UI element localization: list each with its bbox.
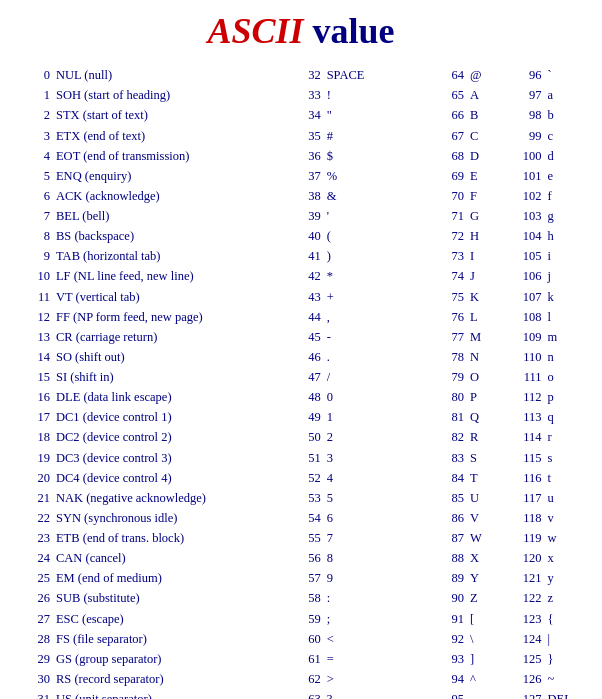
- table-row: 3 ETX (end of text) 35 # 67 C 99 c: [20, 126, 582, 146]
- ascii-desc-col2: ': [325, 206, 434, 226]
- ascii-num-col1: 2: [20, 105, 54, 125]
- ascii-desc-col1: DC3 (device control 3): [54, 448, 291, 468]
- ascii-desc-col1: RS (record separator): [54, 669, 291, 689]
- ascii-num-col1: 13: [20, 327, 54, 347]
- ascii-num-col1: 27: [20, 609, 54, 629]
- ascii-num-col3: 71: [434, 206, 468, 226]
- ascii-desc-col1: FF (NP form feed, new page): [54, 307, 291, 327]
- ascii-desc-col1: ENQ (enquiry): [54, 166, 291, 186]
- ascii-num-col1: 17: [20, 407, 54, 427]
- ascii-desc-col1: SUB (substitute): [54, 588, 291, 608]
- ascii-desc-col2: 6: [325, 508, 434, 528]
- ascii-desc-col2: %: [325, 166, 434, 186]
- ascii-num-col3: 94: [434, 669, 468, 689]
- ascii-num-col1: 9: [20, 246, 54, 266]
- ascii-desc-col2: 2: [325, 427, 434, 447]
- table-row: 8 BS (backspace) 40 ( 72 H 104 h: [20, 226, 582, 246]
- ascii-num-col1: 12: [20, 307, 54, 327]
- ascii-desc-col1: SI (shift in): [54, 367, 291, 387]
- ascii-desc-col3: I: [468, 246, 512, 266]
- ascii-num-col1: 14: [20, 347, 54, 367]
- ascii-num-col2: 53: [291, 488, 325, 508]
- ascii-desc-col4: `: [546, 65, 582, 85]
- ascii-num-col1: 11: [20, 287, 54, 307]
- ascii-desc-col3: E: [468, 166, 512, 186]
- ascii-desc-col1: DC2 (device control 2): [54, 427, 291, 447]
- ascii-desc-col1: GS (group separator): [54, 649, 291, 669]
- ascii-num-col4: 106: [512, 266, 546, 286]
- ascii-num-col4: 96: [512, 65, 546, 85]
- ascii-desc-col4: w: [546, 528, 582, 548]
- ascii-desc-col3: T: [468, 468, 512, 488]
- ascii-num-col4: 107: [512, 287, 546, 307]
- ascii-num-col3: 81: [434, 407, 468, 427]
- ascii-num-col1: 29: [20, 649, 54, 669]
- table-row: 29 GS (group separator) 61 = 93 ] 125 }: [20, 649, 582, 669]
- ascii-desc-col2: :: [325, 588, 434, 608]
- ascii-desc-col1: DC1 (device control 1): [54, 407, 291, 427]
- ascii-desc-col3: K: [468, 287, 512, 307]
- ascii-num-col1: 7: [20, 206, 54, 226]
- ascii-num-col4: 98: [512, 105, 546, 125]
- ascii-num-col3: 64: [434, 65, 468, 85]
- ascii-num-col3: 77: [434, 327, 468, 347]
- ascii-desc-col3: B: [468, 105, 512, 125]
- ascii-num-col4: 123: [512, 609, 546, 629]
- ascii-num-col4: 121: [512, 568, 546, 588]
- table-row: 22 SYN (synchronous idle) 54 6 86 V 118 …: [20, 508, 582, 528]
- ascii-desc-col3: X: [468, 548, 512, 568]
- ascii-num-col2: 52: [291, 468, 325, 488]
- ascii-num-col1: 3: [20, 126, 54, 146]
- ascii-desc-col4: l: [546, 307, 582, 327]
- ascii-desc-col2: #: [325, 126, 434, 146]
- ascii-desc-col3: V: [468, 508, 512, 528]
- ascii-num-col3: 72: [434, 226, 468, 246]
- table-row: 27 ESC (escape) 59 ; 91 [ 123 {: [20, 609, 582, 629]
- table-row: 10 LF (NL line feed, new line) 42 * 74 J…: [20, 266, 582, 286]
- ascii-desc-col2: <: [325, 629, 434, 649]
- ascii-num-col2: 43: [291, 287, 325, 307]
- ascii-num-col4: 124: [512, 629, 546, 649]
- ascii-num-col1: 22: [20, 508, 54, 528]
- ascii-num-col4: 126: [512, 669, 546, 689]
- ascii-num-col2: 33: [291, 85, 325, 105]
- ascii-num-col1: 24: [20, 548, 54, 568]
- ascii-num-col3: 91: [434, 609, 468, 629]
- ascii-num-col2: 55: [291, 528, 325, 548]
- ascii-desc-col4: }: [546, 649, 582, 669]
- table-row: 11 VT (vertical tab) 43 + 75 K 107 k: [20, 287, 582, 307]
- ascii-num-col3: 82: [434, 427, 468, 447]
- ascii-num-col1: 28: [20, 629, 54, 649]
- ascii-desc-col1: ESC (escape): [54, 609, 291, 629]
- ascii-desc-col2: (: [325, 226, 434, 246]
- ascii-num-col3: 88: [434, 548, 468, 568]
- ascii-desc-col2: ;: [325, 609, 434, 629]
- ascii-desc-col3: \: [468, 629, 512, 649]
- table-row: 18 DC2 (device control 2) 50 2 82 R 114 …: [20, 427, 582, 447]
- ascii-num-col1: 6: [20, 186, 54, 206]
- ascii-desc-col4: d: [546, 146, 582, 166]
- ascii-num-col2: 63: [291, 689, 325, 699]
- ascii-num-col1: 10: [20, 266, 54, 286]
- ascii-desc-col3: ^: [468, 669, 512, 689]
- ascii-desc-col1: SOH (start of heading): [54, 85, 291, 105]
- ascii-desc-col2: -: [325, 327, 434, 347]
- ascii-desc-col2: 4: [325, 468, 434, 488]
- ascii-num-col3: 86: [434, 508, 468, 528]
- ascii-desc-col4: z: [546, 588, 582, 608]
- ascii-num-col4: 111: [512, 367, 546, 387]
- ascii-num-col3: 74: [434, 266, 468, 286]
- ascii-desc-col3: [: [468, 609, 512, 629]
- ascii-num-col3: 70: [434, 186, 468, 206]
- title-ascii: ASCII: [207, 11, 303, 51]
- ascii-desc-col1: NAK (negative acknowledge): [54, 488, 291, 508]
- ascii-num-col2: 62: [291, 669, 325, 689]
- table-row: 17 DC1 (device control 1) 49 1 81 Q 113 …: [20, 407, 582, 427]
- table-row: 1 SOH (start of heading) 33 ! 65 A 97 a: [20, 85, 582, 105]
- table-row: 9 TAB (horizontal tab) 41 ) 73 I 105 i: [20, 246, 582, 266]
- ascii-desc-col3: N: [468, 347, 512, 367]
- ascii-desc-col1: US (unit separator): [54, 689, 291, 699]
- table-row: 12 FF (NP form feed, new page) 44 , 76 L…: [20, 307, 582, 327]
- ascii-desc-col2: +: [325, 287, 434, 307]
- ascii-desc-col2: ,: [325, 307, 434, 327]
